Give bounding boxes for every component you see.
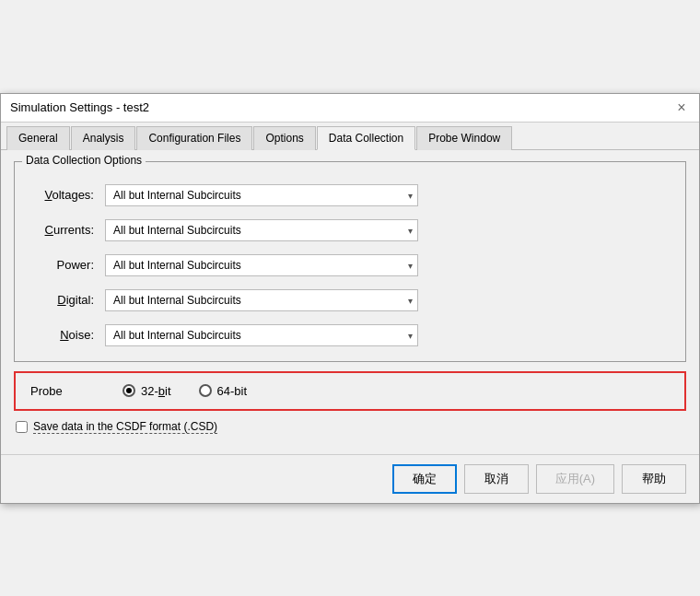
data-collection-options-group: Data Collection Options Voltages: All bu… — [14, 161, 686, 362]
digital-label: Digital: — [29, 293, 94, 307]
probe-64bit-label: 64-bit — [217, 384, 248, 398]
noise-select-wrapper: All but Internal Subcircuits All None ▾ — [105, 324, 418, 346]
tab-general[interactable]: General — [6, 126, 70, 150]
digital-row: Digital: All but Internal Subcircuits Al… — [29, 289, 671, 311]
power-row: Power: All but Internal Subcircuits All … — [29, 254, 671, 276]
power-select[interactable]: All but Internal Subcircuits All None — [105, 254, 418, 276]
currents-label: Currents: — [29, 223, 94, 237]
apply-button[interactable]: 应用(A) — [536, 464, 614, 494]
noise-select[interactable]: All but Internal Subcircuits All None — [105, 324, 418, 346]
power-select-wrapper: All but Internal Subcircuits All None ▾ — [105, 254, 418, 276]
noise-label: Noise: — [29, 328, 94, 342]
digital-select-wrapper: All but Internal Subcircuits All None ▾ — [105, 289, 418, 311]
probe-label: Probe — [30, 384, 86, 398]
footer: 确定 取消 应用(A) 帮助 — [1, 454, 699, 503]
tab-options[interactable]: Options — [253, 126, 315, 150]
currents-select-wrapper: All but Internal Subcircuits All None ▾ — [105, 219, 418, 241]
voltages-select[interactable]: All but Internal Subcircuits All None — [105, 184, 418, 206]
window-title: Simulation Settings - test2 — [10, 100, 149, 114]
csdf-checkbox[interactable] — [16, 421, 28, 433]
title-bar: Simulation Settings - test2 × — [1, 94, 699, 123]
tab-configuration-files[interactable]: Configuration Files — [136, 126, 252, 150]
voltages-select-wrapper: All but Internal Subcircuits All None ▾ — [105, 184, 418, 206]
noise-row: Noise: All but Internal Subcircuits All … — [29, 324, 671, 346]
tab-probe-window[interactable]: Probe Window — [416, 126, 512, 150]
probe-64bit-radio-dot — [199, 384, 212, 397]
voltages-row: Voltages: All but Internal Subcircuits A… — [29, 184, 671, 206]
main-window: Simulation Settings - test2 × General An… — [0, 93, 700, 504]
power-label: Power: — [29, 258, 94, 272]
probe-32bit-option[interactable]: 32-bit — [122, 384, 171, 398]
group-box-title: Data Collection Options — [22, 154, 146, 167]
currents-row: Currents: All but Internal Subcircuits A… — [29, 219, 671, 241]
tab-bar: General Analysis Configuration Files Opt… — [1, 123, 699, 150]
probe-32bit-radio-dot — [122, 384, 135, 397]
cancel-button[interactable]: 取消 — [464, 464, 529, 494]
close-button[interactable]: × — [673, 99, 690, 116]
confirm-button[interactable]: 确定 — [392, 464, 457, 494]
tab-analysis[interactable]: Analysis — [71, 126, 136, 150]
tab-data-collection[interactable]: Data Collection — [317, 126, 415, 150]
probe-64bit-option[interactable]: 64-bit — [199, 384, 248, 398]
probe-radio-group: 32-bit 64-bit — [122, 384, 247, 398]
help-button[interactable]: 帮助 — [622, 464, 686, 494]
probe-32bit-label: 32-bit — [141, 384, 171, 398]
csdf-checkbox-row: Save data in the CSDF format (.CSD) — [16, 420, 686, 434]
currents-select[interactable]: All but Internal Subcircuits All None — [105, 219, 418, 241]
content-area: Data Collection Options Voltages: All bu… — [1, 150, 699, 454]
csdf-checkbox-label[interactable]: Save data in the CSDF format (.CSD) — [33, 420, 217, 434]
voltages-label: Voltages: — [29, 188, 94, 202]
probe-section: Probe 32-bit 64-bit — [14, 371, 686, 411]
digital-select[interactable]: All but Internal Subcircuits All None — [105, 289, 418, 311]
